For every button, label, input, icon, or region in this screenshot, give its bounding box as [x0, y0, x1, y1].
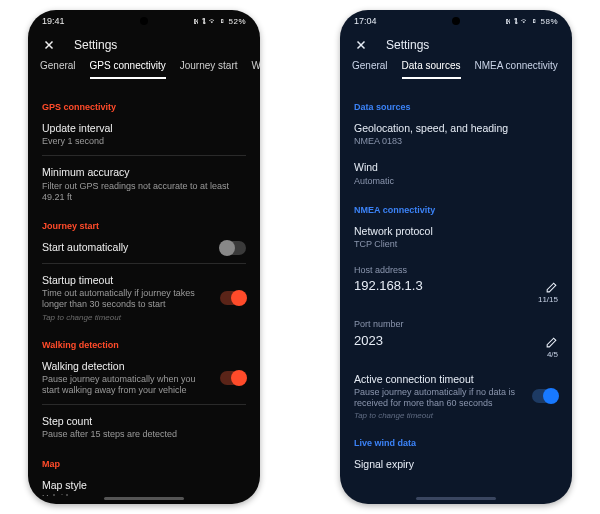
section-header-walking: Walking detection [42, 340, 246, 350]
settings-scroll[interactable]: GPS connectivity Update interval Every 1… [28, 88, 260, 496]
setting-step-count[interactable]: Step count Pause after 15 steps are dete… [42, 404, 246, 448]
status-time: 17:04 [354, 16, 377, 26]
tab-gps-connectivity[interactable]: GPS connectivity [90, 60, 166, 79]
setting-minimum-accuracy[interactable]: Minimum accuracy Filter out GPS readings… [42, 155, 246, 211]
setting-map-style[interactable]: Map style Hybrid [42, 473, 246, 496]
camera-hole [452, 17, 460, 25]
phone-right: 17:04 ℕ ⇅ ᯤ ▯ 58% Settings General Data … [340, 10, 572, 504]
tab-walking-detection[interactable]: Walking d [252, 60, 260, 79]
setting-active-connection-timeout[interactable]: Active connection timeout Pause journey … [354, 367, 558, 429]
section-header-data-sources: Data sources [354, 102, 558, 112]
setting-geolocation[interactable]: Geolocation, speed, and heading NMEA 018… [354, 116, 558, 155]
section-header-live-wind: Live wind data [354, 438, 558, 448]
port-number-counter: 4/5 [354, 350, 558, 359]
edit-icon[interactable] [545, 335, 558, 348]
toggle-walking-detection[interactable] [220, 371, 246, 385]
toggle-startup-timeout[interactable] [220, 291, 246, 305]
section-header-map: Map [42, 459, 246, 469]
settings-scroll[interactable]: Data sources Geolocation, speed, and hea… [340, 88, 572, 496]
back-icon[interactable] [354, 38, 368, 52]
edit-icon[interactable] [545, 280, 558, 293]
setting-startup-timeout[interactable]: Startup timeout Time out automatically i… [42, 263, 246, 330]
tab-general[interactable]: General [40, 60, 76, 79]
home-indicator[interactable] [416, 497, 496, 500]
tabs: General GPS connectivity Journey start W… [28, 56, 260, 79]
back-icon[interactable] [42, 38, 56, 52]
status-indicators: ℕ ⇅ ᯤ ▯ 58% [506, 17, 558, 26]
tab-data-sources[interactable]: Data sources [402, 60, 461, 79]
toggle-connection-timeout[interactable] [532, 389, 558, 403]
home-indicator[interactable] [104, 497, 184, 500]
setting-network-protocol[interactable]: Network protocol TCP Client [354, 219, 558, 258]
section-header-journey: Journey start [42, 221, 246, 231]
setting-walking-detection[interactable]: Walking detection Pause journey automati… [42, 354, 246, 405]
phone-left: 19:41 ℕ ⇅ ᯤ ▯ 52% Settings General GPS c… [28, 10, 260, 504]
app-bar: Settings [28, 32, 260, 56]
status-time: 19:41 [42, 16, 65, 26]
tabs: General Data sources NMEA connectivity L… [340, 56, 572, 79]
port-number-value[interactable]: 2023 [354, 333, 383, 348]
host-address-value[interactable]: 192.168.1.3 [354, 278, 423, 293]
tab-nmea-connectivity[interactable]: NMEA connectivity [475, 60, 558, 79]
appbar-title: Settings [386, 38, 429, 52]
setting-update-interval[interactable]: Update interval Every 1 second [42, 116, 246, 155]
setting-start-automatically[interactable]: Start automatically [42, 235, 246, 263]
appbar-title: Settings [74, 38, 117, 52]
setting-signal-expiry[interactable]: Signal expiry [354, 452, 558, 479]
app-bar: Settings [340, 32, 572, 56]
toggle-start-automatically[interactable] [220, 241, 246, 255]
section-header-nmea: NMEA connectivity [354, 205, 558, 215]
tab-general[interactable]: General [352, 60, 388, 79]
section-header-gps: GPS connectivity [42, 102, 246, 112]
setting-port-number[interactable]: Port number 2023 4/5 [354, 312, 558, 366]
camera-hole [140, 17, 148, 25]
setting-host-address[interactable]: Host address 192.168.1.3 11/15 [354, 258, 558, 312]
host-address-counter: 11/15 [354, 295, 558, 304]
status-indicators: ℕ ⇅ ᯤ ▯ 52% [194, 17, 246, 26]
setting-wind[interactable]: Wind Automatic [354, 155, 558, 194]
tab-journey-start[interactable]: Journey start [180, 60, 238, 79]
